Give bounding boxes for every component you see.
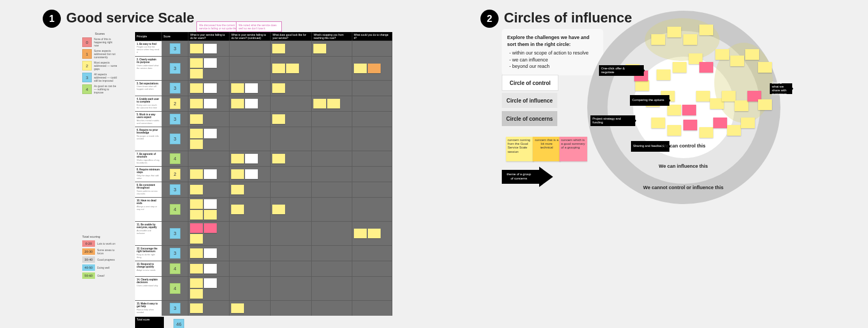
sticky-cell[interactable] bbox=[312, 127, 352, 151]
score-cell[interactable]: 3 bbox=[162, 81, 188, 96]
circle-sticky[interactable] bbox=[651, 118, 665, 128]
circle-sticky[interactable] bbox=[673, 62, 686, 73]
circle-sticky[interactable] bbox=[657, 69, 670, 80]
sticky-note[interactable] bbox=[204, 223, 217, 233]
score-cell[interactable]: 3 bbox=[162, 57, 188, 80]
sticky-cell[interactable] bbox=[271, 182, 312, 197]
sticky-note[interactable] bbox=[190, 278, 203, 288]
sticky-cell[interactable] bbox=[352, 81, 392, 96]
sticky-note[interactable] bbox=[190, 99, 203, 108]
sticky-cell[interactable] bbox=[230, 301, 271, 316]
circle-sticky[interactable] bbox=[683, 34, 697, 45]
score-cell[interactable]: 4 bbox=[162, 261, 188, 276]
circle-sticky[interactable] bbox=[715, 49, 729, 60]
circle-sticky[interactable] bbox=[758, 62, 772, 73]
sticky-note[interactable] bbox=[272, 114, 285, 124]
score-chip[interactable]: 3 bbox=[170, 114, 180, 124]
circle-sticky[interactable] bbox=[727, 125, 741, 136]
sticky-cell[interactable] bbox=[188, 301, 230, 316]
sticky-cell[interactable] bbox=[271, 198, 312, 221]
sticky-note[interactable] bbox=[190, 129, 203, 138]
sticky-cell[interactable] bbox=[312, 182, 352, 197]
sticky-note[interactable] bbox=[313, 44, 326, 53]
sticky-note[interactable] bbox=[272, 44, 285, 53]
sticky-note[interactable] bbox=[368, 229, 381, 238]
score-chip[interactable]: 3 bbox=[170, 248, 180, 259]
note-key-yellow[interactable]: concern coming from the Good Service Sca… bbox=[506, 137, 534, 161]
sticky-cell[interactable] bbox=[312, 222, 352, 245]
sticky-cell[interactable] bbox=[312, 81, 352, 96]
sticky-note[interactable] bbox=[204, 248, 217, 258]
sticky-note[interactable] bbox=[190, 139, 203, 149]
score-chip[interactable]: 4 bbox=[170, 283, 180, 294]
score-cell[interactable]: 3 bbox=[162, 246, 188, 261]
circle-of-influence-button[interactable]: Circle of influence bbox=[502, 93, 557, 108]
circle-sticky[interactable] bbox=[699, 25, 713, 35]
sticky-cell[interactable] bbox=[352, 127, 392, 151]
sticky-cell[interactable] bbox=[312, 167, 352, 182]
sticky-note[interactable] bbox=[190, 169, 203, 179]
sticky-note[interactable] bbox=[231, 205, 244, 214]
sticky-cell[interactable] bbox=[271, 246, 312, 261]
circle-sticky[interactable] bbox=[667, 105, 681, 115]
score-cell[interactable]: 2 bbox=[162, 167, 188, 182]
score-cell[interactable]: 3 bbox=[162, 41, 188, 56]
circle-of-concerns-button[interactable]: Circle of concerns bbox=[502, 111, 557, 126]
sticky-cell[interactable] bbox=[188, 57, 230, 80]
sticky-cell[interactable] bbox=[271, 151, 312, 166]
score-chip[interactable]: 4 bbox=[170, 153, 180, 164]
sticky-note[interactable] bbox=[327, 99, 340, 108]
sticky-cell[interactable] bbox=[188, 41, 230, 56]
sticky-note[interactable] bbox=[272, 154, 285, 163]
sticky-cell[interactable] bbox=[271, 57, 312, 80]
sticky-cell[interactable] bbox=[352, 198, 392, 221]
sticky-cell[interactable] bbox=[312, 261, 352, 276]
sticky-cell[interactable] bbox=[271, 127, 312, 151]
score-chip[interactable]: 3 bbox=[170, 184, 180, 195]
sticky-cell[interactable] bbox=[271, 301, 312, 316]
sticky-note[interactable] bbox=[204, 278, 217, 288]
circle-sticky[interactable] bbox=[758, 99, 772, 110]
score-chip[interactable]: 4 bbox=[170, 204, 180, 215]
sticky-cell[interactable] bbox=[230, 41, 271, 56]
sticky-note[interactable] bbox=[204, 83, 217, 93]
sticky-note[interactable] bbox=[190, 83, 203, 93]
sticky-cell[interactable] bbox=[271, 41, 312, 56]
sticky-cell[interactable] bbox=[188, 182, 230, 197]
sticky-note[interactable] bbox=[245, 99, 258, 108]
circle-sticky[interactable] bbox=[683, 120, 697, 130]
circle-sticky[interactable] bbox=[651, 34, 665, 45]
sticky-note[interactable] bbox=[204, 99, 217, 108]
sticky-note[interactable] bbox=[368, 64, 381, 73]
sticky-note[interactable] bbox=[190, 114, 203, 124]
circle-sticky[interactable] bbox=[635, 80, 649, 91]
theme-tag[interactable]: Data & what we share with customers bbox=[770, 83, 792, 94]
sticky-note[interactable] bbox=[204, 129, 217, 138]
sticky-note[interactable] bbox=[354, 64, 367, 73]
circle-sticky[interactable] bbox=[699, 127, 713, 138]
sticky-note[interactable] bbox=[231, 154, 244, 163]
theme-tag[interactable]: Comparing the options bbox=[630, 95, 669, 106]
circle-sticky[interactable] bbox=[699, 62, 713, 73]
sticky-cell[interactable] bbox=[230, 81, 271, 96]
sticky-cell[interactable] bbox=[188, 246, 230, 261]
sticky-cell[interactable] bbox=[352, 261, 392, 276]
sticky-note[interactable] bbox=[190, 210, 203, 220]
circle-sticky[interactable] bbox=[745, 49, 759, 60]
sticky-note[interactable] bbox=[190, 69, 203, 79]
sticky-note[interactable] bbox=[313, 99, 326, 108]
sticky-cell[interactable] bbox=[312, 96, 352, 111]
sticky-cell[interactable] bbox=[352, 151, 392, 166]
sticky-cell[interactable] bbox=[312, 151, 352, 166]
sticky-cell[interactable] bbox=[188, 81, 230, 96]
sticky-cell[interactable] bbox=[312, 41, 352, 56]
sticky-note[interactable] bbox=[245, 169, 258, 179]
sticky-cell[interactable] bbox=[230, 127, 271, 151]
sticky-cell[interactable] bbox=[230, 57, 271, 80]
score-cell[interactable]: 3 bbox=[162, 222, 188, 245]
circle-sticky[interactable] bbox=[667, 27, 681, 37]
score-cell[interactable]: 2 bbox=[162, 96, 188, 111]
circle-sticky[interactable] bbox=[722, 91, 736, 101]
sticky-cell[interactable] bbox=[352, 167, 392, 182]
circle-sticky[interactable] bbox=[735, 100, 748, 111]
